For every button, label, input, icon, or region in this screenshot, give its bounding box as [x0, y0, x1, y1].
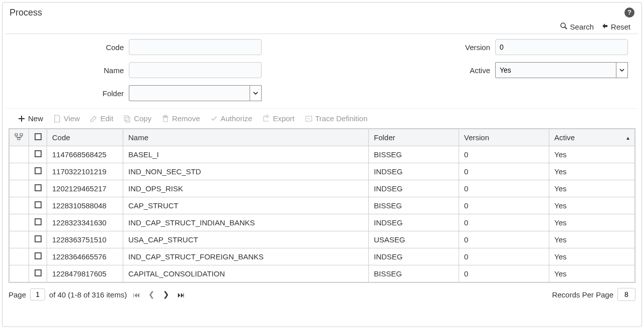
code-cell: 1228323341630: [47, 214, 123, 231]
svg-line-1: [565, 27, 567, 29]
trace-label: Trace Definition: [315, 114, 368, 123]
folder-cell: INDSEG: [369, 248, 459, 265]
table-row[interactable]: 1228364665576IND_CAP_STRUCT_FOREIGN_BANK…: [10, 248, 635, 265]
table-row[interactable]: 1228363751510USA_CAP_STRUCTUSASEG0Yes: [10, 231, 635, 248]
export-button[interactable]: Export: [258, 113, 298, 124]
header: Process ?: [3, 3, 641, 18]
copy-button[interactable]: Copy: [119, 113, 155, 124]
code-input[interactable]: [129, 39, 262, 55]
version-input[interactable]: [495, 39, 628, 55]
code-cell: 1202129465217: [47, 180, 123, 197]
folder-select[interactable]: [129, 85, 262, 101]
row-checkbox[interactable]: [35, 150, 42, 157]
prev-page-button[interactable]: ❮: [146, 290, 157, 299]
version-cell: 0: [459, 248, 549, 265]
pagination: Page of 40 (1-8 of 316 items) ⏮ ❮ ❯ ⏭ Re…: [3, 283, 641, 306]
page-input[interactable]: [30, 288, 45, 300]
authorize-button[interactable]: Authorize: [206, 113, 256, 124]
tree-cell: [10, 197, 29, 214]
next-page-button[interactable]: ❯: [161, 290, 171, 299]
action-toolbar: New View Edit Copy Remove Authorize Expo…: [6, 109, 638, 128]
name-cell: IND_CAP_STRUCT_FOREIGN_BANKS: [123, 248, 369, 265]
name-column-header[interactable]: Name: [123, 129, 369, 146]
row-checkbox[interactable]: [35, 167, 42, 174]
checkbox-cell[interactable]: [29, 265, 47, 282]
version-column-header[interactable]: Version: [459, 129, 549, 146]
table-row[interactable]: 1228323341630IND_CAP_STRUCT_INDIAN_BANKS…: [10, 214, 635, 231]
rpp-input[interactable]: [617, 288, 635, 301]
document-icon: [53, 115, 61, 123]
name-cell: CAPITAL_CONSOLIDATION: [123, 265, 369, 282]
view-label: View: [64, 114, 80, 123]
export-icon: [262, 115, 270, 123]
active-cell: Yes: [549, 163, 635, 180]
trace-icon: [305, 115, 313, 123]
search-toolbar: Search Reset: [6, 18, 638, 34]
checkbox-cell[interactable]: [29, 248, 47, 265]
checkbox-cell[interactable]: [29, 146, 47, 163]
active-cell: Yes: [549, 214, 635, 231]
first-page-button[interactable]: ⏮: [131, 290, 142, 299]
help-icon[interactable]: ?: [624, 8, 634, 18]
hierarchy-icon: [15, 133, 24, 140]
code-cell: 1147668568425: [47, 146, 123, 163]
page-summary: of 40 (1-8 of 316 items): [49, 290, 127, 299]
folder-cell: BISSEG: [369, 265, 459, 282]
table-row[interactable]: 1202129465217IND_OPS_RISKINDSEG0Yes: [10, 180, 635, 197]
name-input[interactable]: [129, 62, 262, 78]
active-cell: Yes: [549, 248, 635, 265]
row-checkbox[interactable]: [35, 201, 42, 208]
name-cell: BASEL_I: [123, 146, 369, 163]
folder-cell: BISSEG: [369, 146, 459, 163]
active-cell: Yes: [549, 146, 635, 163]
active-select[interactable]: [495, 62, 628, 78]
remove-button[interactable]: Remove: [157, 113, 204, 124]
name-label: Name: [14, 66, 129, 75]
table-row[interactable]: 1170322101219IND_NON_SEC_STDINDSEG0Yes: [10, 163, 635, 180]
select-all-checkbox[interactable]: [35, 133, 42, 140]
row-checkbox[interactable]: [35, 269, 42, 276]
table-row[interactable]: 1228479817605CAPITAL_CONSOLIDATIONBISSEG…: [10, 265, 635, 282]
tree-cell: [10, 231, 29, 248]
folder-cell: INDSEG: [369, 214, 459, 231]
process-panel: Process ? Search Reset Code Version Name: [2, 2, 642, 327]
reset-button[interactable]: Reset: [601, 22, 630, 32]
edit-button[interactable]: Edit: [86, 113, 117, 124]
checkbox-cell[interactable]: [29, 231, 47, 248]
version-cell: 0: [459, 231, 549, 248]
folder-column-header[interactable]: Folder: [369, 129, 459, 146]
tree-cell: [10, 248, 29, 265]
authorize-label: Authorize: [221, 114, 252, 123]
new-button[interactable]: New: [14, 113, 47, 124]
row-checkbox[interactable]: [35, 235, 42, 242]
row-checkbox[interactable]: [35, 184, 42, 191]
table-row[interactable]: 1228310588048CAP_STRUCTBISSEG0Yes: [10, 197, 635, 214]
checkbox-cell[interactable]: [29, 197, 47, 214]
code-column-header[interactable]: Code: [47, 129, 123, 146]
version-cell: 0: [459, 180, 549, 197]
trash-icon: [161, 115, 169, 123]
checkbox-cell[interactable]: [29, 214, 47, 231]
folder-cell: USASEG: [369, 231, 459, 248]
view-button[interactable]: View: [49, 113, 84, 124]
name-cell: CAP_STRUCT: [123, 197, 369, 214]
svg-point-0: [561, 23, 565, 28]
checkbox-cell[interactable]: [29, 180, 47, 197]
name-cell: USA_CAP_STRUCT: [123, 231, 369, 248]
table-row[interactable]: 1147668568425BASEL_IBISSEG0Yes: [10, 146, 635, 163]
last-page-button[interactable]: ⏭: [175, 290, 187, 299]
active-column-header[interactable]: Active▲: [549, 129, 635, 146]
trace-button[interactable]: Trace Definition: [301, 113, 372, 124]
search-icon: [560, 22, 568, 32]
tree-column-header[interactable]: [10, 129, 29, 146]
row-checkbox[interactable]: [35, 218, 42, 225]
checkbox-column-header[interactable]: [29, 129, 47, 146]
search-label: Search: [570, 23, 594, 31]
row-checkbox[interactable]: [35, 252, 42, 259]
pencil-icon: [90, 115, 98, 123]
version-cell: 0: [459, 146, 549, 163]
search-button[interactable]: Search: [560, 22, 594, 32]
checkbox-cell[interactable]: [29, 163, 47, 180]
tree-cell: [10, 163, 29, 180]
new-label: New: [28, 114, 43, 123]
